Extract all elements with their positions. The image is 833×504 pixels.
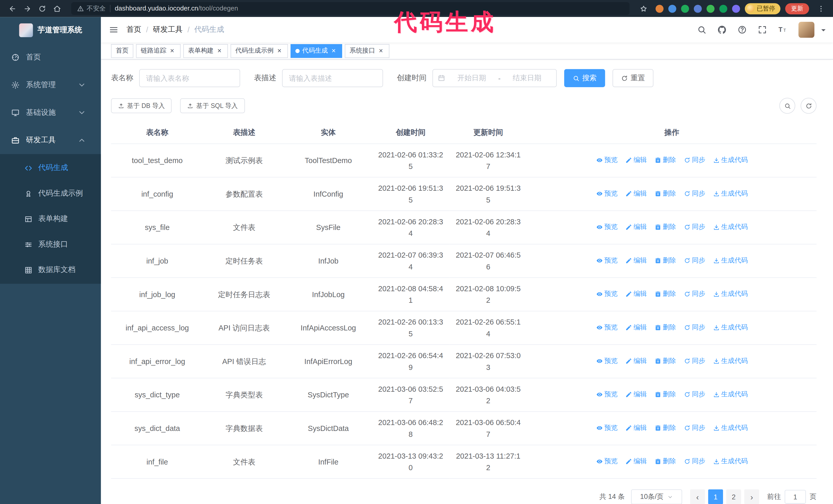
- action-delete-link[interactable]: 删除: [654, 355, 676, 367]
- action-edit-link[interactable]: 编辑: [625, 456, 647, 467]
- goto-page-input[interactable]: [785, 490, 806, 504]
- action-delete-link[interactable]: 删除: [654, 154, 676, 166]
- action-preview-link[interactable]: 预览: [596, 355, 618, 367]
- action-preview-link[interactable]: 预览: [596, 221, 618, 233]
- action-generate-code-link[interactable]: 生成代码: [713, 154, 748, 166]
- action-generate-code-link[interactable]: 生成代码: [713, 221, 748, 233]
- action-sync-link[interactable]: 同步: [684, 322, 705, 334]
- action-delete-link[interactable]: 删除: [654, 255, 676, 266]
- close-icon[interactable]: ×: [330, 47, 337, 55]
- action-edit-link[interactable]: 编辑: [625, 154, 647, 166]
- breadcrumb-item[interactable]: 首页: [126, 25, 141, 34]
- action-delete-link[interactable]: 删除: [654, 322, 676, 334]
- app-logo[interactable]: 芋道管理系统: [0, 17, 101, 44]
- security-chip[interactable]: 不安全: [77, 4, 106, 13]
- browser-forward-button[interactable]: [20, 2, 34, 16]
- action-edit-link[interactable]: 编辑: [625, 422, 647, 434]
- action-generate-code-link[interactable]: 生成代码: [713, 322, 748, 334]
- action-delete-link[interactable]: 删除: [654, 422, 676, 434]
- tab-tracer[interactable]: 链路追踪×: [136, 44, 181, 58]
- action-edit-link[interactable]: 编辑: [625, 355, 647, 367]
- address-bar[interactable]: 不安全 dashboard.yudao.iocoder.cn /tool/cod…: [71, 2, 629, 15]
- sidebar-subitem-codegen-demo[interactable]: 代码生成示例: [0, 181, 101, 206]
- action-sync-link[interactable]: 同步: [684, 389, 705, 401]
- close-icon[interactable]: ×: [377, 47, 385, 55]
- action-delete-link[interactable]: 删除: [654, 188, 676, 199]
- search-button[interactable]: 搜索: [564, 69, 605, 87]
- action-sync-link[interactable]: 同步: [684, 221, 705, 233]
- tab-api[interactable]: 系统接口×: [345, 44, 389, 58]
- breadcrumb-item[interactable]: 代码生成: [194, 25, 224, 34]
- action-generate-code-link[interactable]: 生成代码: [713, 255, 748, 266]
- action-delete-link[interactable]: 删除: [654, 389, 676, 401]
- sidebar-toggle-button[interactable]: [101, 25, 126, 34]
- action-generate-code-link[interactable]: 生成代码: [713, 456, 748, 467]
- import-db-button[interactable]: 基于 DB 导入: [111, 98, 172, 113]
- action-edit-link[interactable]: 编辑: [625, 221, 647, 233]
- extension-icon[interactable]: [668, 5, 676, 13]
- action-generate-code-link[interactable]: 生成代码: [713, 389, 748, 401]
- action-preview-link[interactable]: 预览: [596, 422, 618, 434]
- browser-reload-button[interactable]: [35, 2, 49, 16]
- action-edit-link[interactable]: 编辑: [625, 322, 647, 334]
- browser-back-button[interactable]: [5, 2, 19, 16]
- browser-home-button[interactable]: [50, 2, 64, 16]
- action-sync-link[interactable]: 同步: [684, 456, 705, 467]
- action-generate-code-link[interactable]: 生成代码: [713, 355, 748, 367]
- action-preview-link[interactable]: 预览: [596, 456, 618, 467]
- action-sync-link[interactable]: 同步: [684, 422, 705, 434]
- prev-page-button[interactable]: ‹: [690, 489, 705, 504]
- action-edit-link[interactable]: 编辑: [625, 389, 647, 401]
- action-generate-code-link[interactable]: 生成代码: [713, 288, 748, 300]
- tab-codegen[interactable]: 代码生成×: [291, 44, 342, 58]
- action-preview-link[interactable]: 预览: [596, 154, 618, 166]
- tab-codegen-demo[interactable]: 代码生成示例×: [231, 44, 288, 58]
- tab-form-builder[interactable]: 表单构建×: [183, 44, 228, 58]
- action-sync-link[interactable]: 同步: [684, 154, 705, 166]
- refresh-table-button[interactable]: [801, 98, 816, 114]
- close-icon[interactable]: ×: [276, 47, 283, 55]
- action-edit-link[interactable]: 编辑: [625, 255, 647, 266]
- browser-menu-button[interactable]: [814, 2, 828, 16]
- sidebar-subitem-codegen[interactable]: 代码生成: [0, 155, 101, 181]
- action-generate-code-link[interactable]: 生成代码: [713, 422, 748, 434]
- action-sync-link[interactable]: 同步: [684, 255, 705, 266]
- action-preview-link[interactable]: 预览: [596, 255, 618, 266]
- action-edit-link[interactable]: 编辑: [625, 288, 647, 300]
- extension-icon[interactable]: [656, 5, 663, 13]
- extension-icon[interactable]: [732, 5, 740, 13]
- header-search-button[interactable]: [693, 21, 710, 38]
- reset-button[interactable]: 重置: [613, 69, 653, 87]
- action-delete-link[interactable]: 删除: [654, 288, 676, 300]
- sidebar-subitem-db-doc[interactable]: 数据库文档: [0, 257, 101, 283]
- sidebar-subitem-api[interactable]: 系统接口: [0, 232, 101, 257]
- import-sql-button[interactable]: 基于 SQL 导入: [180, 98, 244, 113]
- action-delete-link[interactable]: 删除: [654, 221, 676, 233]
- fullscreen-button[interactable]: [754, 21, 771, 38]
- extension-icon[interactable]: [719, 5, 727, 13]
- action-edit-link[interactable]: 编辑: [625, 188, 647, 199]
- user-avatar[interactable]: [799, 22, 814, 38]
- browser-update-button[interactable]: 更新: [785, 3, 809, 14]
- next-page-button[interactable]: ›: [744, 489, 759, 504]
- help-button[interactable]: [734, 21, 751, 38]
- sidebar-subitem-form-builder[interactable]: 表单构建: [0, 206, 101, 232]
- action-preview-link[interactable]: 预览: [596, 322, 618, 334]
- sidebar-item-home[interactable]: 首页: [0, 44, 101, 71]
- table-desc-input[interactable]: [282, 69, 383, 87]
- table-name-input[interactable]: [139, 69, 240, 87]
- avatar-caret-down-icon[interactable]: [821, 29, 826, 33]
- github-link[interactable]: [714, 21, 731, 38]
- sidebar-item-devtools[interactable]: 研发工具: [0, 126, 101, 154]
- action-sync-link[interactable]: 同步: [684, 355, 705, 367]
- action-sync-link[interactable]: 同步: [684, 288, 705, 300]
- action-preview-link[interactable]: 预览: [596, 389, 618, 401]
- extension-icon[interactable]: [681, 5, 689, 13]
- action-preview-link[interactable]: 预览: [596, 188, 618, 199]
- font-size-button[interactable]: TT: [774, 21, 791, 38]
- extension-icon[interactable]: [694, 5, 701, 13]
- breadcrumb-item[interactable]: 研发工具: [153, 25, 183, 34]
- sidebar-item-infra[interactable]: 基础设施: [0, 99, 101, 127]
- action-generate-code-link[interactable]: 生成代码: [713, 188, 748, 199]
- page-size-select[interactable]: 10条/页: [631, 489, 682, 504]
